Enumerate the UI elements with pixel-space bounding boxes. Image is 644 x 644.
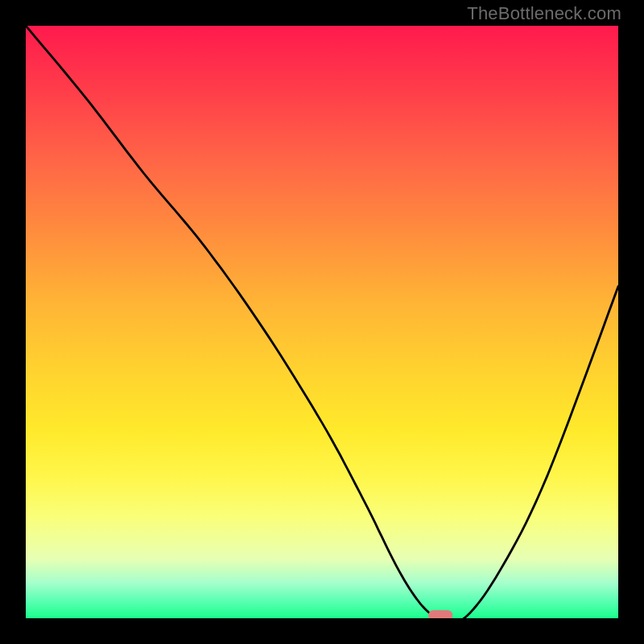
optimal-marker [428, 610, 452, 618]
chart-svg [26, 26, 618, 618]
chart-frame: TheBottleneck.com [0, 0, 644, 644]
bottleneck-curve [26, 26, 618, 618]
plot-area [26, 26, 618, 618]
watermark-label: TheBottleneck.com [467, 3, 621, 24]
